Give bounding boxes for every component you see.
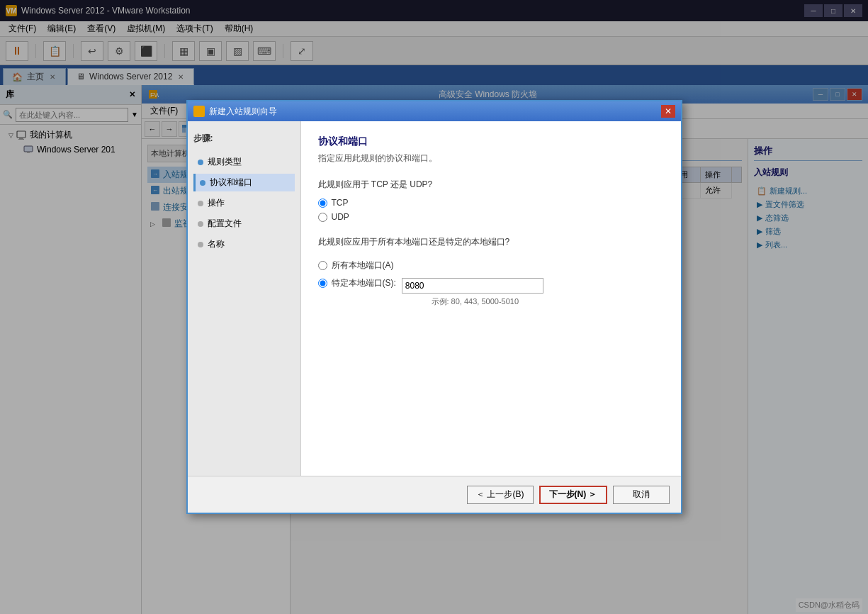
step2-label: 协议和端口: [210, 177, 252, 189]
specific-port-radio-item[interactable]: 特定本地端口(S):: [318, 277, 396, 289]
specific-port-row: 特定本地端口(S):: [318, 277, 664, 294]
step4-dot: [198, 221, 203, 227]
step1-label: 规则类型: [208, 156, 242, 168]
specific-port-radio[interactable]: [318, 279, 327, 288]
dialog-steps-sidebar: 步骤: 规则类型 协议和端口 操作 配置文件: [188, 121, 301, 476]
dialog-footer: ＜ 上一步(B) 下一步(N) ＞ 取消: [188, 476, 681, 513]
udp-radio-item[interactable]: UDP: [318, 212, 664, 222]
tcp-label: TCP: [332, 198, 349, 208]
dialog-overlay: 新建入站规则向导 ✕ 步骤: 规则类型 协议和端口 操作: [0, 0, 868, 614]
step1-dot: [198, 160, 203, 165]
port-question: 此规则应应用于所有本地端口还是特定的本地端口?: [318, 236, 664, 248]
specific-port-label: 特定本地端口(S):: [332, 277, 396, 289]
udp-label: UDP: [332, 212, 349, 222]
dialog-main: 协议和端口 指定应用此规则的协议和端口。 此规则应用于 TCP 还是 UDP? …: [301, 121, 681, 476]
dialog-close-button[interactable]: ✕: [661, 105, 675, 118]
step3-label: 操作: [208, 197, 225, 209]
tcp-radio[interactable]: [318, 199, 327, 208]
protocol-question: 此规则应用于 TCP 还是 UDP?: [318, 179, 664, 191]
back-button[interactable]: ＜ 上一步(B): [467, 486, 533, 504]
dialog-title-bar: 新建入站规则向导 ✕: [188, 101, 681, 121]
udp-radio[interactable]: [318, 213, 327, 222]
port-radio-group: 所有本地端口(A) 特定本地端口(S): 示例: 80, 443, 5000-5…: [318, 259, 664, 307]
step-name[interactable]: 名称: [193, 235, 295, 253]
all-ports-radio[interactable]: [318, 261, 327, 270]
step-profile[interactable]: 配置文件: [193, 215, 295, 233]
steps-title: 步骤:: [193, 133, 295, 145]
step3-dot: [198, 201, 203, 206]
dialog-section-title: 协议和端口: [318, 135, 664, 148]
dialog-body: 步骤: 规则类型 协议和端口 操作 配置文件: [188, 121, 681, 476]
dialog: 新建入站规则向导 ✕ 步骤: 规则类型 协议和端口 操作: [186, 100, 682, 514]
dialog-title: 新建入站规则向导: [209, 106, 661, 118]
step4-label: 配置文件: [208, 218, 242, 230]
port-example: 示例: 80, 443, 5000-5010: [432, 296, 664, 307]
all-ports-radio-item[interactable]: 所有本地端口(A): [318, 259, 664, 272]
tcp-radio-item[interactable]: TCP: [318, 198, 664, 208]
step-protocol-port[interactable]: 协议和端口: [193, 174, 295, 191]
cancel-button[interactable]: 取消: [613, 486, 670, 504]
dialog-icon: [193, 106, 205, 117]
step5-label: 名称: [208, 238, 225, 250]
next-button[interactable]: 下一步(N) ＞: [539, 486, 607, 504]
step-action[interactable]: 操作: [193, 194, 295, 212]
step5-dot: [198, 242, 203, 247]
protocol-radio-group: TCP UDP: [318, 198, 664, 222]
port-value-input[interactable]: [402, 278, 543, 294]
step-rule-type[interactable]: 规则类型: [193, 153, 295, 171]
step2-dot: [200, 180, 205, 186]
all-ports-label: 所有本地端口(A): [332, 259, 394, 272]
dialog-section-subtitle: 指定应用此规则的协议和端口。: [318, 152, 664, 164]
